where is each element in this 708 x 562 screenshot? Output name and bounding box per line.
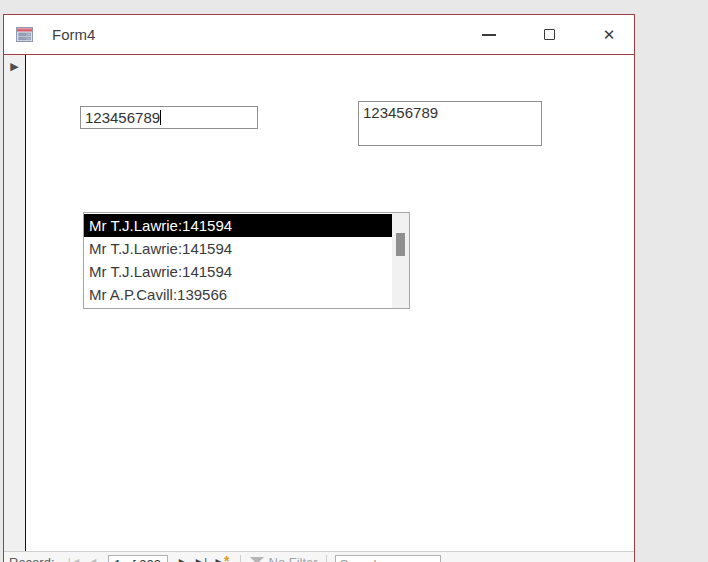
maximize-icon <box>544 29 555 40</box>
filter-icon <box>249 557 265 562</box>
scrollbar-thumb[interactable] <box>396 233 405 256</box>
short-text-value: 123456789 <box>85 109 160 126</box>
close-button[interactable]: ✕ <box>586 15 632 54</box>
list-item[interactable]: Mr T.J.Lawrie:141594 <box>84 214 392 237</box>
tall-text-input[interactable]: 123456789 <box>358 101 542 146</box>
short-text-input[interactable]: 123456789 <box>80 106 258 129</box>
title-bar[interactable]: Form4 ✕ <box>4 15 634 55</box>
minimize-button[interactable] <box>466 15 512 54</box>
search-input[interactable] <box>335 555 441 562</box>
record-selector-arrow-icon: ▶ <box>4 60 25 73</box>
separator <box>326 555 327 562</box>
maximize-button[interactable] <box>526 15 572 54</box>
form4-window: Form4 ✕ ▶ 123456789 123 <box>3 14 635 562</box>
names-listbox: Mr T.J.Lawrie:141594 Mr T.J.Lawrie:14159… <box>83 212 410 309</box>
new-record-button[interactable]: ▶* <box>212 555 234 562</box>
current-record-box[interactable]: 1 of 323 <box>108 555 168 562</box>
record-navigation-bar: Record: |◀ ◀ 1 of 323 ▶ ▶| ▶* No Filter <box>4 551 634 562</box>
form-detail-area: ▶ 123456789 123456789 Mr T.J.Lawrie:1415… <box>4 55 634 551</box>
listbox-scrollbar[interactable] <box>392 213 409 308</box>
list-item[interactable]: Mr T.J.Lawrie:141594 <box>84 237 392 260</box>
separator <box>240 555 241 562</box>
minimize-icon <box>482 34 496 36</box>
listbox-items: Mr T.J.Lawrie:141594 Mr T.J.Lawrie:14159… <box>84 213 392 306</box>
previous-record-button[interactable]: ◀ <box>84 555 101 562</box>
tall-text-value: 123456789 <box>363 104 438 121</box>
list-item[interactable]: Mr T.J.Lawrie:141594 <box>84 260 392 283</box>
text-caret <box>160 110 161 125</box>
new-record-arrow-icon: ▶ <box>216 555 224 562</box>
record-selector-bar[interactable]: ▶ <box>4 55 26 551</box>
new-record-star-icon: * <box>224 555 229 562</box>
close-icon: ✕ <box>603 27 616 42</box>
last-record-button[interactable]: ▶| <box>192 555 212 562</box>
window-controls: ✕ <box>466 15 632 54</box>
form-icon <box>16 27 33 42</box>
no-filter-toggle[interactable]: No Filter <box>269 555 318 562</box>
first-record-button[interactable]: |◀ <box>64 555 84 562</box>
next-record-button[interactable]: ▶ <box>175 555 192 562</box>
desktop-background: Form4 ✕ ▶ 123456789 123 <box>0 0 708 562</box>
record-label: Record: <box>9 555 55 562</box>
window-title: Form4 <box>52 26 95 43</box>
list-item[interactable]: Mr A.P.Cavill:139566 <box>84 283 392 306</box>
